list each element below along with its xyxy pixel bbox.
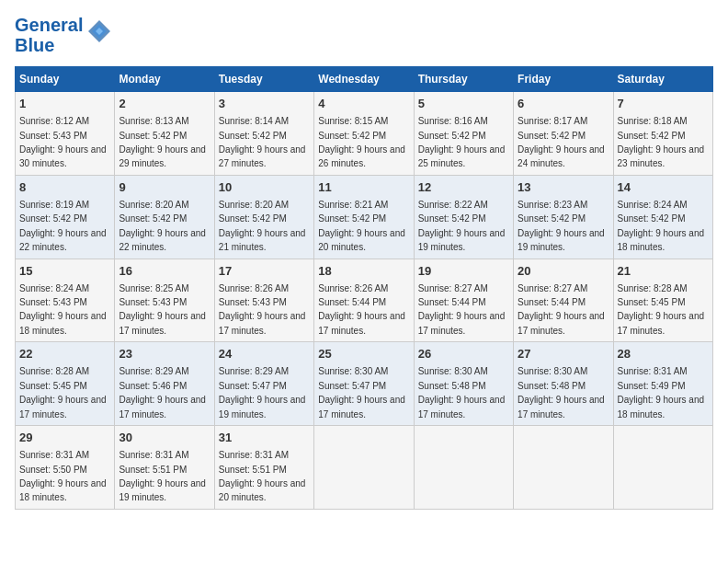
daylight-info: Daylight: 9 hours and 18 minutes. bbox=[618, 395, 705, 419]
calendar-table: SundayMondayTuesdayWednesdayThursdayFrid… bbox=[15, 66, 713, 510]
daylight-info: Daylight: 9 hours and 18 minutes. bbox=[19, 311, 107, 335]
daylight-info: Daylight: 9 hours and 21 minutes. bbox=[219, 228, 306, 252]
sunrise-info: Sunrise: 8:28 AM bbox=[618, 283, 688, 293]
day-number: 15 bbox=[19, 263, 110, 280]
sunrise-info: Sunrise: 8:31 AM bbox=[119, 450, 188, 460]
daylight-info: Daylight: 9 hours and 29 minutes. bbox=[119, 144, 206, 168]
day-number: 29 bbox=[19, 430, 110, 446]
header-sunday: Sunday bbox=[16, 67, 115, 92]
sunrise-info: Sunrise: 8:23 AM bbox=[518, 200, 587, 210]
calendar-cell: 16 Sunrise: 8:25 AM Sunset: 5:43 PM Dayl… bbox=[115, 259, 214, 342]
sunrise-info: Sunrise: 8:25 AM bbox=[119, 283, 188, 293]
day-number: 10 bbox=[219, 179, 310, 196]
logo-text: GeneralBlue bbox=[15, 15, 83, 55]
calendar-cell: 1 Sunrise: 8:12 AM Sunset: 5:43 PM Dayli… bbox=[16, 92, 115, 176]
daylight-info: Daylight: 9 hours and 17 minutes. bbox=[518, 395, 605, 419]
calendar-cell: 29 Sunrise: 8:31 AM Sunset: 5:50 PM Dayl… bbox=[16, 426, 115, 510]
calendar-cell: 5 Sunrise: 8:16 AM Sunset: 5:42 PM Dayli… bbox=[414, 92, 513, 176]
daylight-info: Daylight: 9 hours and 19 minutes. bbox=[119, 478, 206, 502]
daylight-info: Daylight: 9 hours and 19 minutes. bbox=[518, 228, 605, 252]
daylight-info: Daylight: 9 hours and 24 minutes. bbox=[518, 144, 605, 168]
daylight-info: Daylight: 9 hours and 17 minutes. bbox=[19, 395, 107, 419]
header-friday: Friday bbox=[514, 67, 613, 92]
day-number: 24 bbox=[219, 346, 310, 362]
day-number: 11 bbox=[318, 179, 409, 196]
day-number: 2 bbox=[119, 96, 210, 112]
daylight-info: Daylight: 9 hours and 20 minutes. bbox=[219, 478, 306, 502]
day-number: 27 bbox=[518, 346, 609, 362]
sunset-info: Sunset: 5:42 PM bbox=[418, 131, 486, 141]
calendar-cell: 30 Sunrise: 8:31 AM Sunset: 5:51 PM Dayl… bbox=[115, 426, 214, 510]
day-number: 1 bbox=[19, 96, 110, 112]
sunset-info: Sunset: 5:47 PM bbox=[219, 381, 287, 391]
sunset-info: Sunset: 5:42 PM bbox=[318, 213, 386, 224]
sunrise-info: Sunrise: 8:15 AM bbox=[318, 116, 388, 126]
day-number: 30 bbox=[119, 430, 210, 446]
day-number: 5 bbox=[418, 96, 509, 112]
sunrise-info: Sunrise: 8:30 AM bbox=[418, 366, 488, 376]
sunrise-info: Sunrise: 8:14 AM bbox=[219, 116, 289, 126]
daylight-info: Daylight: 9 hours and 22 minutes. bbox=[19, 228, 107, 252]
sunset-info: Sunset: 5:42 PM bbox=[119, 131, 187, 141]
day-number: 28 bbox=[618, 346, 709, 362]
calendar-cell: 9 Sunrise: 8:20 AM Sunset: 5:42 PM Dayli… bbox=[115, 175, 214, 259]
calendar-cell: 10 Sunrise: 8:20 AM Sunset: 5:42 PM Dayl… bbox=[214, 175, 313, 259]
header-monday: Monday bbox=[115, 67, 214, 92]
day-number: 14 bbox=[618, 179, 709, 196]
day-number: 17 bbox=[219, 263, 310, 280]
day-number: 21 bbox=[618, 263, 709, 280]
daylight-info: Daylight: 9 hours and 17 minutes. bbox=[618, 311, 705, 335]
sunrise-info: Sunrise: 8:18 AM bbox=[618, 116, 688, 126]
sunset-info: Sunset: 5:50 PM bbox=[19, 465, 87, 475]
sunrise-info: Sunrise: 8:19 AM bbox=[19, 200, 89, 210]
daylight-info: Daylight: 9 hours and 17 minutes. bbox=[518, 311, 605, 335]
page-header: GeneralBlue bbox=[15, 15, 713, 55]
daylight-info: Daylight: 9 hours and 26 minutes. bbox=[318, 144, 405, 168]
calendar-cell: 12 Sunrise: 8:22 AM Sunset: 5:42 PM Dayl… bbox=[414, 175, 513, 259]
calendar-cell bbox=[514, 426, 613, 510]
calendar-cell: 8 Sunrise: 8:19 AM Sunset: 5:42 PM Dayli… bbox=[16, 175, 115, 259]
sunrise-info: Sunrise: 8:29 AM bbox=[119, 366, 188, 376]
sunset-info: Sunset: 5:45 PM bbox=[618, 297, 686, 307]
daylight-info: Daylight: 9 hours and 22 minutes. bbox=[119, 228, 206, 252]
sunset-info: Sunset: 5:42 PM bbox=[518, 131, 586, 141]
sunset-info: Sunset: 5:47 PM bbox=[318, 381, 386, 391]
day-number: 4 bbox=[318, 96, 409, 112]
day-number: 18 bbox=[318, 263, 409, 280]
logo: GeneralBlue bbox=[15, 15, 112, 55]
day-number: 23 bbox=[119, 346, 210, 362]
sunset-info: Sunset: 5:48 PM bbox=[418, 381, 486, 391]
sunset-info: Sunset: 5:42 PM bbox=[618, 213, 686, 224]
calendar-cell: 14 Sunrise: 8:24 AM Sunset: 5:42 PM Dayl… bbox=[613, 175, 712, 259]
daylight-info: Daylight: 9 hours and 17 minutes. bbox=[418, 311, 506, 335]
daylight-info: Daylight: 9 hours and 19 minutes. bbox=[418, 228, 506, 252]
day-number: 8 bbox=[19, 179, 110, 196]
sunrise-info: Sunrise: 8:20 AM bbox=[219, 200, 289, 210]
sunset-info: Sunset: 5:42 PM bbox=[518, 213, 586, 224]
sunset-info: Sunset: 5:43 PM bbox=[119, 297, 187, 307]
calendar-cell: 3 Sunrise: 8:14 AM Sunset: 5:42 PM Dayli… bbox=[214, 92, 313, 176]
header-thursday: Thursday bbox=[414, 67, 513, 92]
day-number: 26 bbox=[418, 346, 509, 362]
calendar-header-row: SundayMondayTuesdayWednesdayThursdayFrid… bbox=[16, 67, 713, 92]
header-wednesday: Wednesday bbox=[314, 67, 414, 92]
calendar-cell: 13 Sunrise: 8:23 AM Sunset: 5:42 PM Dayl… bbox=[514, 175, 613, 259]
calendar-cell bbox=[314, 426, 414, 510]
daylight-info: Daylight: 9 hours and 25 minutes. bbox=[418, 144, 506, 168]
daylight-info: Daylight: 9 hours and 19 minutes. bbox=[219, 395, 306, 419]
calendar-cell: 26 Sunrise: 8:30 AM Sunset: 5:48 PM Dayl… bbox=[414, 342, 513, 426]
sunset-info: Sunset: 5:42 PM bbox=[219, 213, 287, 224]
calendar-cell: 18 Sunrise: 8:26 AM Sunset: 5:44 PM Dayl… bbox=[314, 259, 414, 342]
calendar-week-row: 8 Sunrise: 8:19 AM Sunset: 5:42 PM Dayli… bbox=[16, 175, 713, 259]
day-number: 6 bbox=[518, 96, 609, 112]
day-number: 12 bbox=[418, 179, 509, 196]
sunrise-info: Sunrise: 8:22 AM bbox=[418, 200, 488, 210]
daylight-info: Daylight: 9 hours and 20 minutes. bbox=[318, 228, 405, 252]
day-number: 22 bbox=[19, 346, 110, 362]
calendar-cell: 31 Sunrise: 8:31 AM Sunset: 5:51 PM Dayl… bbox=[214, 426, 313, 510]
daylight-info: Daylight: 9 hours and 17 minutes. bbox=[318, 311, 405, 335]
sunrise-info: Sunrise: 8:13 AM bbox=[119, 116, 188, 126]
calendar-cell: 7 Sunrise: 8:18 AM Sunset: 5:42 PM Dayli… bbox=[613, 92, 712, 176]
daylight-info: Daylight: 9 hours and 17 minutes. bbox=[119, 311, 206, 335]
sunset-info: Sunset: 5:46 PM bbox=[119, 381, 187, 391]
